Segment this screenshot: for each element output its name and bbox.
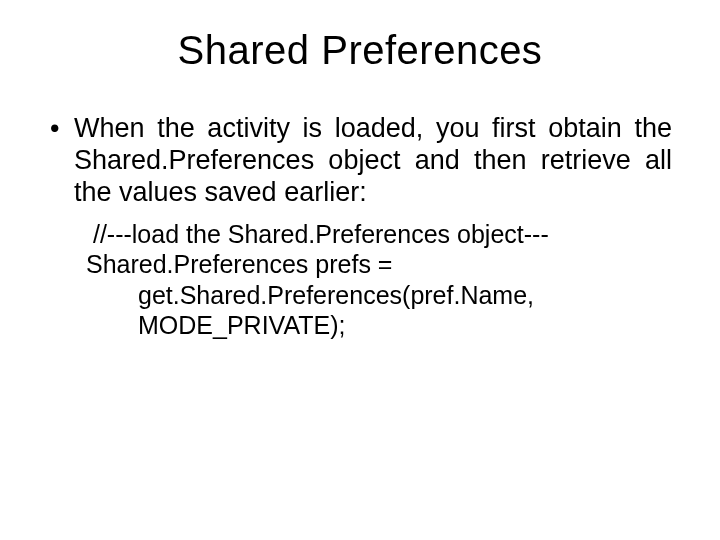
code-line-2: Shared.Preferences prefs = — [86, 249, 672, 280]
code-line-4: MODE_PRIVATE); — [86, 310, 672, 341]
code-line-1: //---load the Shared.Preferences object-… — [86, 219, 672, 250]
bullet-list: When the activity is loaded, you first o… — [48, 113, 672, 209]
bullet-item: When the activity is loaded, you first o… — [48, 113, 672, 209]
code-line-3: get.Shared.Preferences(pref.Name, — [86, 280, 672, 311]
code-block: //---load the Shared.Preferences object-… — [86, 219, 672, 341]
slide-title: Shared Preferences — [48, 28, 672, 73]
bullet-text: When the activity is loaded, you first o… — [74, 113, 672, 207]
slide: Shared Preferences When the activity is … — [0, 0, 720, 540]
